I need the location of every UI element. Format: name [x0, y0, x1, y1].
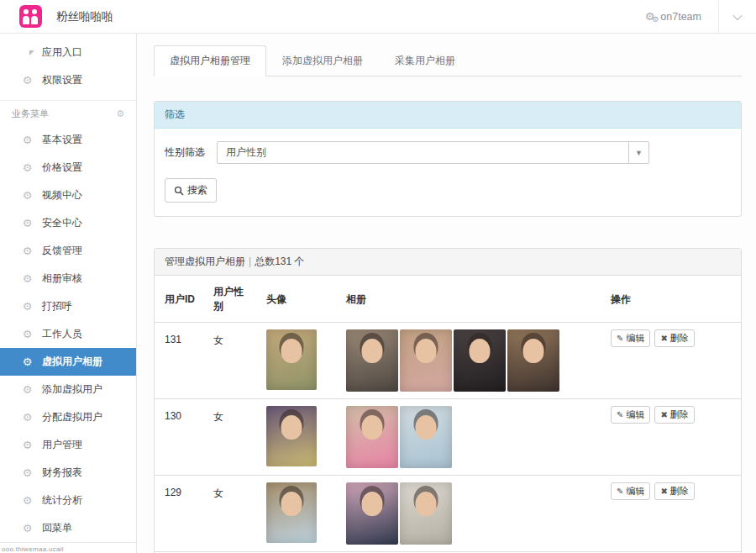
table-row: 131女✎编辑✖删除: [155, 323, 741, 399]
sidebar-item-label: 权限设置: [42, 73, 82, 87]
filter-panel-title: 筛选: [155, 102, 741, 129]
actions-cell: ✎编辑✖删除: [604, 323, 741, 399]
sidebar-item[interactable]: ⚙相册审核: [0, 265, 136, 292]
pencil-icon: ✎: [617, 410, 623, 419]
actions-cell: ✎编辑✖删除: [604, 476, 741, 552]
gear-icon: ⚙: [21, 523, 34, 534]
sidebar-item[interactable]: ⚙价格设置: [0, 154, 136, 182]
sidebar-section-header: 业务菜单 ⚙: [0, 101, 136, 126]
gender-select-value: 用户性别: [218, 145, 266, 160]
header-right: ⚙ on7team: [628, 0, 756, 33]
sidebar-item[interactable]: ⚙添加虚拟用户: [0, 376, 136, 403]
filter-panel-body: 性别筛选 用户性别 ▼ 搜索: [155, 129, 741, 216]
sidebar-item[interactable]: ⚙分配虚拟用户: [0, 403, 136, 431]
edit-button[interactable]: ✎编辑: [611, 329, 650, 347]
delete-button[interactable]: ✖删除: [654, 406, 694, 424]
filter-panel: 筛选 性别筛选 用户性别 ▼ 搜索: [154, 101, 742, 217]
album-photo: [400, 406, 452, 468]
gear-icon: ⚙: [21, 301, 34, 312]
album-photo: [400, 329, 452, 392]
delete-button[interactable]: ✖删除: [654, 482, 694, 500]
sidebar-item[interactable]: ⚙视频中心: [0, 182, 136, 209]
virtual-user-album-table: 用户ID用户性别头像相册操作 131女✎编辑✖删除130女✎编辑✖删除129女✎…: [155, 276, 741, 553]
avatar-cell: [260, 476, 339, 552]
sidebar-item-label: 财务报表: [42, 466, 82, 480]
sidebar-item-label: 反馈管理: [42, 244, 82, 258]
sidebar-item-label: 视频中心: [42, 188, 82, 203]
gear-icon: ⚙: [21, 75, 34, 86]
gear-icon: ⚙: [21, 162, 34, 173]
delete-button[interactable]: ✖删除: [654, 329, 694, 347]
user-id-cell: 129: [155, 476, 207, 552]
gender-select[interactable]: 用户性别 ▼: [217, 141, 649, 164]
gender-cell: 女: [207, 476, 260, 552]
gear-icon: ⚙: [21, 190, 34, 201]
user-id-cell: 131: [155, 323, 207, 399]
edit-button-label: 编辑: [626, 408, 644, 421]
sidebar-item[interactable]: ⚙统计分析: [0, 487, 136, 514]
edit-button-label: 编辑: [626, 485, 644, 498]
sidebar-item-label: 回菜单: [42, 521, 72, 535]
column-header: 用户性别: [207, 276, 260, 323]
table-row: 129女✎编辑✖删除: [155, 476, 741, 552]
gear-icon: ⚙: [21, 440, 34, 450]
sidebar-item-label: 分配虚拟用户: [42, 410, 102, 424]
edit-button[interactable]: ✎编辑: [611, 482, 650, 500]
sidebar-item[interactable]: ⚙打招呼: [0, 292, 136, 320]
search-button-label: 搜索: [187, 183, 207, 198]
table-row: 130女✎编辑✖删除: [155, 399, 741, 476]
sidebar-item-label: 用户管理: [42, 438, 82, 452]
sidebar-item-label: 基本设置: [42, 133, 82, 147]
sidebar-item[interactable]: ⚙权限设置: [0, 66, 136, 94]
edit-button[interactable]: ✎编辑: [611, 406, 650, 424]
sidebar-item-label: 打招呼: [42, 299, 72, 313]
sidebar-item-label: 工作人员: [42, 327, 82, 341]
album-photo: [346, 329, 398, 392]
gear-icon: ⚙: [21, 412, 34, 423]
avatar: [266, 482, 317, 543]
tab-bar: 虚拟用户相册管理添加虚拟用户相册采集用户相册: [154, 45, 742, 76]
sidebar-item[interactable]: 应用入口: [0, 39, 136, 66]
app-window: 粉丝啪啪啪 ⚙ on7team 应用入口⚙权限设置 业务菜单 ⚙ ⚙基本设置⚙价…: [0, 0, 756, 553]
statusbar-link-preview: ooo.thiwemaa.ucail: [2, 545, 64, 553]
tab-active[interactable]: 虚拟用户相册管理: [154, 45, 266, 76]
sidebar-item[interactable]: ⚙基本设置: [0, 126, 136, 154]
x-icon: ✖: [660, 487, 667, 496]
sidebar-item[interactable]: ⚙安全中心: [0, 209, 136, 237]
sidebar-item[interactable]: ⚙财务报表: [0, 459, 136, 487]
sidebar-item[interactable]: ⚙用户管理: [0, 431, 136, 459]
tab[interactable]: 采集用户相册: [379, 45, 471, 76]
gear-icon: ⚙: [21, 384, 34, 395]
table-panel-heading: 管理虚拟用户相册|总数131 个: [155, 249, 741, 276]
app-title: 粉丝啪啪啪: [56, 9, 113, 24]
actions-cell: ✎编辑✖删除: [604, 399, 741, 476]
avatar-cell: [260, 399, 339, 476]
username: on7team: [660, 11, 701, 23]
sidebar-item-label: 价格设置: [42, 161, 82, 175]
sidebar-item-active[interactable]: ⚙虚拟用户相册: [0, 348, 136, 376]
app-logo people-icon[interactable]: [19, 5, 42, 28]
gear-icon: ⚙: [21, 134, 34, 145]
tab[interactable]: 添加虚拟用户相册: [266, 45, 379, 76]
chevron-down-icon: ▼: [628, 142, 648, 163]
sidebar-top: 应用入口⚙权限设置: [0, 39, 136, 94]
header-dropdown-toggle[interactable]: [718, 0, 756, 33]
gender-cell: 女: [207, 399, 260, 476]
user-menu[interactable]: ⚙ on7team: [628, 0, 718, 33]
album-photo: [346, 406, 398, 468]
gear-icon: ⚙: [21, 467, 34, 478]
sidebar-item[interactable]: ⚙工作人员: [0, 320, 136, 348]
sidebar-section-label: 业务菜单: [12, 108, 49, 120]
album-photos: [346, 329, 597, 392]
table-total-count: 总数131 个: [255, 255, 304, 267]
sidebar-item-label: 安全中心: [42, 216, 82, 230]
sidebar-item[interactable]: ⚙回菜单: [0, 514, 136, 542]
album-cell: [339, 399, 604, 476]
search-button[interactable]: 搜索: [165, 178, 217, 203]
gears-icon: ⚙: [645, 11, 655, 22]
sidebar-item[interactable]: ⚙反馈管理: [0, 237, 136, 265]
sidebar: 应用入口⚙权限设置 业务菜单 ⚙ ⚙基本设置⚙价格设置⚙视频中心⚙安全中心⚙反馈…: [0, 34, 137, 553]
table-body: 131女✎编辑✖删除130女✎编辑✖删除129女✎编辑✖删除128女✎编辑✖删除: [155, 323, 741, 553]
gear-icon[interactable]: ⚙: [116, 108, 124, 119]
content-area: 虚拟用户相册管理添加虚拟用户相册采集用户相册 筛选 性别筛选 用户性别 ▼ 搜索: [137, 34, 756, 553]
